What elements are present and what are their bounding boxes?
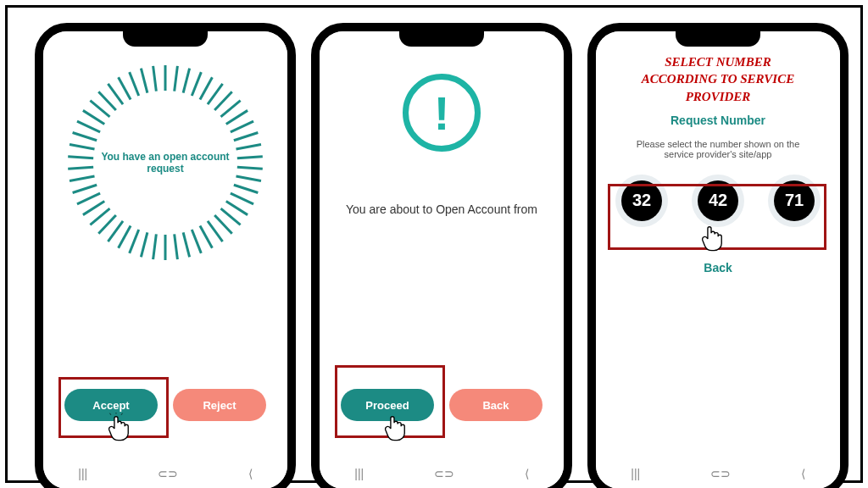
sunburst-ray [173,234,179,259]
sunburst-ray [233,184,258,194]
sunburst-ray [182,68,191,93]
reject-button[interactable]: Reject [173,389,266,421]
nav-recent-icon[interactable]: ||| [631,467,640,480]
sunburst-ray [140,68,148,93]
phone1-screen: You have an open account request Accept … [43,31,287,488]
sunburst-ray [230,120,253,133]
sunburst-ray [191,72,203,97]
request-number-description: Please select the number shown on the se… [620,139,815,159]
confirm-message: You are about to Open Account from [346,202,537,216]
sunburst-ray [230,192,253,205]
phone-mockup-2: ! You are about to Open Account from Pro… [311,23,572,488]
sunburst-ray [236,143,261,151]
sunburst-ray [233,131,258,141]
highlight-box [335,365,445,438]
nav-back-icon[interactable]: ⟨ [801,467,805,480]
sunburst-ray [140,232,148,258]
nav-back-icon[interactable]: ⟨ [525,467,529,480]
phone3-screen: SELECT NUMBER ACCORDING TO SERVICE PROVI… [596,31,840,488]
android-nav-bar: ||| ⊂⊃ ⟨ [320,463,564,484]
alert-icon: ! [403,74,481,152]
nav-recent-icon[interactable]: ||| [78,467,87,480]
nav-recent-icon[interactable]: ||| [354,467,364,480]
sunburst-ray [70,175,95,182]
sunburst-ray [128,72,140,97]
phone2-screen: ! You are about to Open Account from Pro… [320,31,564,488]
sunburst-ray [117,225,131,249]
phone-notch [123,31,208,47]
outer-frame: KsaPoint KsaPoint KsaPoint KsaPoint KsaP… [5,5,863,483]
sunburst-ray [152,66,158,92]
sunburst-ray [152,234,158,259]
sunburst-ray [237,155,263,159]
phone-mockup-1: You have an open account request Accept … [35,23,296,488]
android-nav-bar: ||| ⊂⊃ ⟨ [596,463,840,484]
highlight-box [58,377,169,438]
sunburst-ray [72,184,97,194]
phone-notch [399,31,484,47]
android-nav-bar: ||| ⊂⊃ ⟨ [43,463,287,484]
request-message: You have an open account request [89,151,242,175]
nav-home-icon[interactable]: ⊂⊃ [434,467,454,480]
sunburst-ray [76,120,100,133]
back-link[interactable]: Back [704,261,732,274]
highlight-box [608,184,826,250]
nav-home-icon[interactable]: ⊂⊃ [158,467,178,480]
request-number-title: Request Number [670,114,765,127]
sunburst-ray [173,66,179,92]
sunburst-ray [68,155,93,159]
phone-mockup-3: SELECT NUMBER ACCORDING TO SERVICE PROVI… [587,23,849,488]
nav-home-icon[interactable]: ⊂⊃ [710,467,731,480]
instruction-banner: SELECT NUMBER ACCORDING TO SERVICE PROVI… [642,53,794,105]
sunburst-ray [164,235,167,260]
loading-sunburst: You have an open account request [68,65,263,260]
sunburst-ray [72,131,97,141]
sunburst-ray [70,143,95,151]
sunburst-ray [128,229,140,253]
sunburst-ray [182,232,191,258]
sunburst-ray [191,229,203,253]
sunburst-ray [236,175,261,182]
back-button[interactable]: Back [449,389,542,421]
phone-notch [676,31,760,47]
nav-back-icon[interactable]: ⟨ [248,467,253,480]
sunburst-ray [164,65,167,91]
